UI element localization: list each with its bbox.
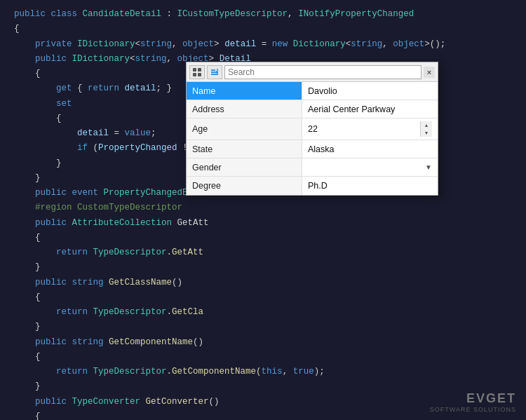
close-button[interactable]: × (424, 67, 435, 78)
property-label-gender: Gender (187, 158, 302, 176)
svg-rect-1 (198, 68, 201, 72)
property-label-age: Age (187, 118, 302, 140)
logo-sub: SOFTWARE SOLUTIONS (430, 406, 516, 413)
property-label-name: Name (187, 82, 302, 100)
sort-button[interactable] (207, 65, 222, 79)
property-value-gender[interactable]: ▼ (302, 158, 438, 176)
property-row-name[interactable]: NameDavolio (187, 82, 438, 100)
property-label-address: Address (187, 100, 302, 118)
property-row-degree[interactable]: DegreePh.D (187, 177, 438, 195)
property-value-name: Davolio (302, 82, 438, 100)
property-grid: × NameDavolioAddressAerial Center Parkwa… (186, 62, 438, 196)
logo-main: EVGET (430, 391, 516, 406)
property-row-state[interactable]: StateAlaska (187, 140, 438, 158)
svg-rect-3 (198, 73, 201, 76)
categorize-button[interactable] (189, 65, 205, 79)
property-row-age[interactable]: Age▲▼ (187, 118, 438, 140)
property-value-degree: Ph.D (302, 177, 438, 195)
property-value-address: Aerial Center Parkway (302, 100, 438, 118)
property-row-gender[interactable]: Gender▼ (187, 158, 438, 177)
property-label-degree: Degree (187, 177, 302, 195)
property-label-state: State (187, 140, 302, 158)
property-value-state: Alaska (302, 140, 438, 158)
dropdown-gender[interactable]: ▼ (308, 163, 432, 172)
select-gender[interactable] (308, 163, 425, 172)
spinner-up-age[interactable]: ▲ (421, 121, 432, 129)
svg-rect-0 (193, 68, 196, 72)
dropdown-arrow-gender: ▼ (425, 163, 432, 171)
spinner-age: ▲▼ (420, 121, 432, 137)
spinner-down-age[interactable]: ▼ (421, 129, 432, 137)
property-rows: NameDavolioAddressAerial Center ParkwayA… (187, 82, 438, 195)
property-row-address[interactable]: AddressAerial Center Parkway (187, 100, 438, 118)
svg-rect-2 (193, 73, 196, 76)
search-box (224, 65, 422, 79)
property-value-age[interactable]: ▲▼ (302, 118, 438, 140)
logo: EVGET SOFTWARE SOLUTIONS (430, 391, 516, 413)
search-input[interactable] (228, 67, 418, 77)
spinner-input-age[interactable] (308, 124, 420, 134)
property-grid-toolbar: × (187, 62, 438, 82)
